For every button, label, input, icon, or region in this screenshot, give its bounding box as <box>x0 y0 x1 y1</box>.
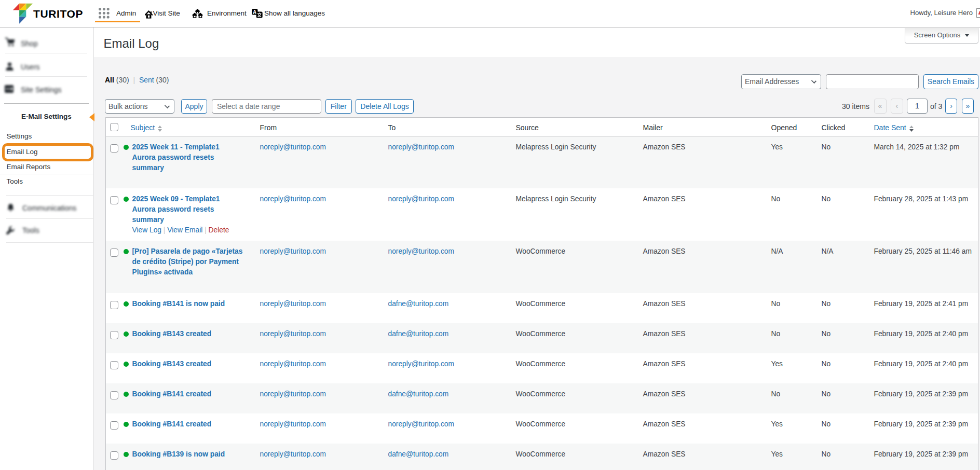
svg-text:A: A <box>253 9 256 15</box>
